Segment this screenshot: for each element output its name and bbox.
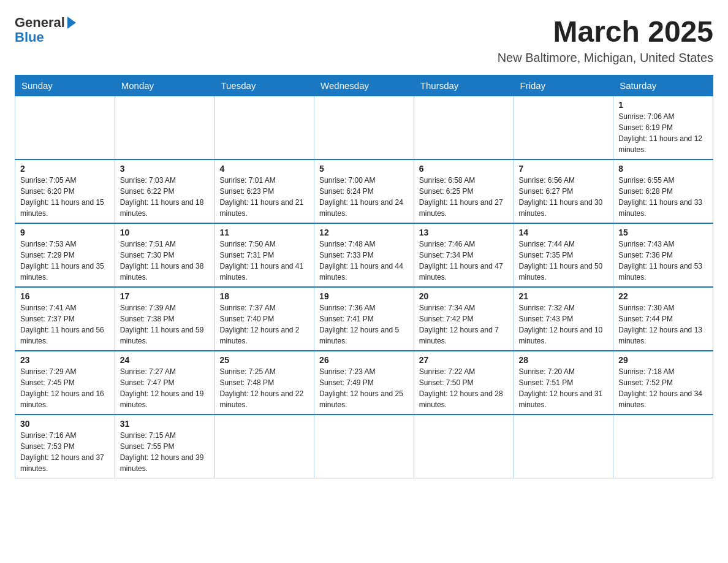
day-number: 30 xyxy=(20,419,110,429)
calendar-header-row: SundayMondayTuesdayWednesdayThursdayFrid… xyxy=(15,75,713,96)
day-info: Sunrise: 7:30 AMSunset: 7:44 PMDaylight:… xyxy=(618,302,708,347)
day-number: 2 xyxy=(20,164,110,174)
day-number: 4 xyxy=(219,164,309,174)
day-info: Sunrise: 7:29 AMSunset: 7:45 PMDaylight:… xyxy=(20,366,110,410)
day-info: Sunrise: 7:20 AMSunset: 7:51 PMDaylight:… xyxy=(519,366,609,410)
day-number: 6 xyxy=(419,164,509,174)
calendar-cell: 15Sunrise: 7:43 AMSunset: 7:36 PMDayligh… xyxy=(613,223,713,287)
calendar-cell: 19Sunrise: 7:36 AMSunset: 7:41 PMDayligh… xyxy=(314,287,414,351)
calendar-cell xyxy=(613,415,713,478)
day-number: 17 xyxy=(120,291,210,301)
day-number: 3 xyxy=(120,164,210,174)
calendar-cell: 3Sunrise: 7:03 AMSunset: 6:22 PMDaylight… xyxy=(115,159,214,223)
calendar-cell: 22Sunrise: 7:30 AMSunset: 7:44 PMDayligh… xyxy=(613,287,713,351)
calendar-cell xyxy=(514,415,613,478)
calendar-cell: 4Sunrise: 7:01 AMSunset: 6:23 PMDaylight… xyxy=(214,159,314,223)
day-number: 21 xyxy=(519,291,609,301)
day-number: 1 xyxy=(618,100,708,110)
calendar-cell xyxy=(214,96,314,160)
day-number: 13 xyxy=(419,228,509,237)
calendar-cell: 9Sunrise: 7:53 AMSunset: 7:29 PMDaylight… xyxy=(15,223,115,287)
calendar-cell: 24Sunrise: 7:27 AMSunset: 7:47 PMDayligh… xyxy=(115,351,214,415)
calendar-cell: 14Sunrise: 7:44 AMSunset: 7:35 PMDayligh… xyxy=(514,223,613,287)
calendar-cell: 17Sunrise: 7:39 AMSunset: 7:38 PMDayligh… xyxy=(115,287,214,351)
day-info: Sunrise: 7:39 AMSunset: 7:38 PMDaylight:… xyxy=(120,302,210,347)
day-number: 7 xyxy=(519,164,609,174)
calendar-cell: 31Sunrise: 7:15 AMSunset: 7:55 PMDayligh… xyxy=(115,415,214,478)
day-info: Sunrise: 7:27 AMSunset: 7:47 PMDaylight:… xyxy=(120,366,210,410)
day-info: Sunrise: 7:16 AMSunset: 7:53 PMDaylight:… xyxy=(20,430,110,474)
calendar-cell: 11Sunrise: 7:50 AMSunset: 7:31 PMDayligh… xyxy=(214,223,314,287)
day-info: Sunrise: 7:53 AMSunset: 7:29 PMDaylight:… xyxy=(20,239,110,283)
day-number: 27 xyxy=(419,355,509,365)
calendar-cell xyxy=(314,96,414,160)
day-info: Sunrise: 7:23 AMSunset: 7:49 PMDaylight:… xyxy=(319,366,409,410)
calendar-week-row: 16Sunrise: 7:41 AMSunset: 7:37 PMDayligh… xyxy=(15,287,713,351)
calendar-cell: 5Sunrise: 7:00 AMSunset: 6:24 PMDaylight… xyxy=(314,159,414,223)
calendar-cell xyxy=(115,96,214,160)
page-header: General Blue March 2025 New Baltimore, M… xyxy=(15,15,713,65)
day-number: 15 xyxy=(618,228,708,237)
day-number: 9 xyxy=(20,228,110,237)
day-info: Sunrise: 7:44 AMSunset: 7:35 PMDaylight:… xyxy=(519,239,609,283)
day-info: Sunrise: 7:05 AMSunset: 6:20 PMDaylight:… xyxy=(20,175,110,219)
day-info: Sunrise: 7:36 AMSunset: 7:41 PMDaylight:… xyxy=(319,302,409,347)
logo: General Blue xyxy=(15,15,76,45)
calendar-cell: 28Sunrise: 7:20 AMSunset: 7:51 PMDayligh… xyxy=(514,351,613,415)
calendar-cell: 10Sunrise: 7:51 AMSunset: 7:30 PMDayligh… xyxy=(115,223,214,287)
day-info: Sunrise: 7:50 AMSunset: 7:31 PMDaylight:… xyxy=(219,239,309,283)
calendar-cell xyxy=(414,96,514,160)
day-info: Sunrise: 7:32 AMSunset: 7:43 PMDaylight:… xyxy=(519,302,609,347)
calendar-cell: 7Sunrise: 6:56 AMSunset: 6:27 PMDaylight… xyxy=(514,159,613,223)
calendar-week-row: 1Sunrise: 7:06 AMSunset: 6:19 PMDaylight… xyxy=(15,96,713,160)
day-number: 5 xyxy=(319,164,409,174)
day-info: Sunrise: 7:37 AMSunset: 7:40 PMDaylight:… xyxy=(219,302,309,347)
day-number: 24 xyxy=(120,355,210,365)
day-number: 22 xyxy=(618,291,708,301)
title-area: March 2025 New Baltimore, Michigan, Unit… xyxy=(498,15,713,65)
calendar-cell xyxy=(314,415,414,478)
calendar-cell: 25Sunrise: 7:25 AMSunset: 7:48 PMDayligh… xyxy=(214,351,314,415)
day-number: 18 xyxy=(219,291,309,301)
day-number: 28 xyxy=(519,355,609,365)
col-header-thursday: Thursday xyxy=(414,75,514,96)
col-header-tuesday: Tuesday xyxy=(214,75,314,96)
calendar-cell: 12Sunrise: 7:48 AMSunset: 7:33 PMDayligh… xyxy=(314,223,414,287)
day-info: Sunrise: 7:43 AMSunset: 7:36 PMDaylight:… xyxy=(618,239,708,283)
day-info: Sunrise: 6:58 AMSunset: 6:25 PMDaylight:… xyxy=(419,175,509,219)
day-info: Sunrise: 7:03 AMSunset: 6:22 PMDaylight:… xyxy=(120,175,210,219)
day-info: Sunrise: 7:06 AMSunset: 6:19 PMDaylight:… xyxy=(618,111,708,155)
calendar-cell: 23Sunrise: 7:29 AMSunset: 7:45 PMDayligh… xyxy=(15,351,115,415)
calendar-cell xyxy=(214,415,314,478)
calendar-cell xyxy=(414,415,514,478)
day-info: Sunrise: 7:25 AMSunset: 7:48 PMDaylight:… xyxy=(219,366,309,410)
day-info: Sunrise: 7:22 AMSunset: 7:50 PMDaylight:… xyxy=(419,366,509,410)
day-info: Sunrise: 7:41 AMSunset: 7:37 PMDaylight:… xyxy=(20,302,110,347)
calendar-week-row: 23Sunrise: 7:29 AMSunset: 7:45 PMDayligh… xyxy=(15,351,713,415)
calendar-cell: 6Sunrise: 6:58 AMSunset: 6:25 PMDaylight… xyxy=(414,159,514,223)
calendar-cell xyxy=(514,96,613,160)
day-number: 10 xyxy=(120,228,210,237)
location-text: New Baltimore, Michigan, United States xyxy=(498,51,713,65)
calendar-cell: 21Sunrise: 7:32 AMSunset: 7:43 PMDayligh… xyxy=(514,287,613,351)
day-info: Sunrise: 7:51 AMSunset: 7:30 PMDaylight:… xyxy=(120,239,210,283)
day-number: 16 xyxy=(20,291,110,301)
calendar-week-row: 9Sunrise: 7:53 AMSunset: 7:29 PMDaylight… xyxy=(15,223,713,287)
calendar-cell: 18Sunrise: 7:37 AMSunset: 7:40 PMDayligh… xyxy=(214,287,314,351)
col-header-sunday: Sunday xyxy=(15,75,115,96)
calendar-cell: 13Sunrise: 7:46 AMSunset: 7:34 PMDayligh… xyxy=(414,223,514,287)
col-header-monday: Monday xyxy=(115,75,214,96)
col-header-friday: Friday xyxy=(514,75,613,96)
day-number: 14 xyxy=(519,228,609,237)
logo-blue-text: Blue xyxy=(15,29,44,45)
day-number: 12 xyxy=(319,228,409,237)
calendar-cell: 27Sunrise: 7:22 AMSunset: 7:50 PMDayligh… xyxy=(414,351,514,415)
calendar-cell xyxy=(15,96,115,160)
day-number: 20 xyxy=(419,291,509,301)
day-info: Sunrise: 7:18 AMSunset: 7:52 PMDaylight:… xyxy=(618,366,708,410)
col-header-wednesday: Wednesday xyxy=(314,75,414,96)
calendar-week-row: 2Sunrise: 7:05 AMSunset: 6:20 PMDaylight… xyxy=(15,159,713,223)
day-number: 26 xyxy=(319,355,409,365)
calendar-cell: 2Sunrise: 7:05 AMSunset: 6:20 PMDaylight… xyxy=(15,159,115,223)
col-header-saturday: Saturday xyxy=(613,75,713,96)
